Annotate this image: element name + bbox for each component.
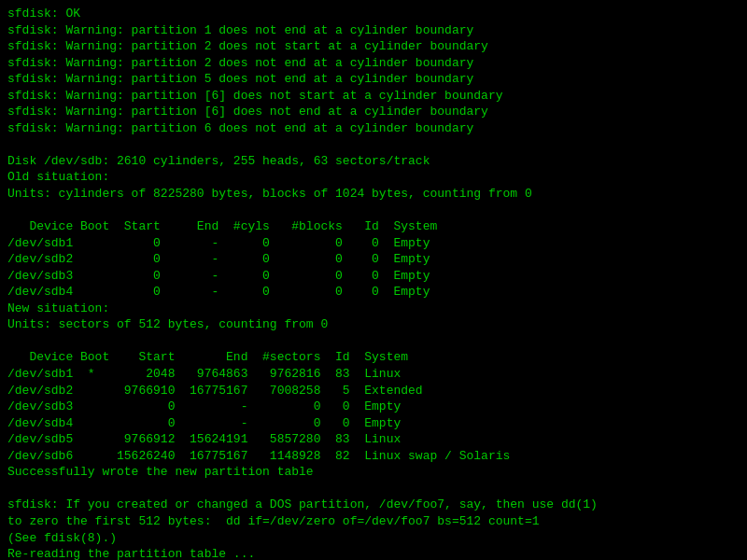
terminal-output: sfdisk: OK sfdisk: Warning: partition 1 … (7, 6, 740, 560)
